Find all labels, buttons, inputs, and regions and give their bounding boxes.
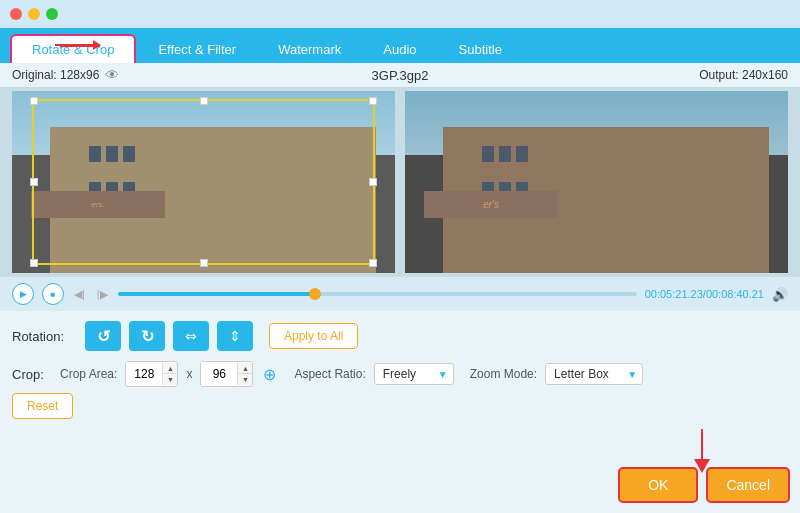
flip-h-icon: ⇔: [185, 328, 197, 344]
eye-icon[interactable]: 👁: [105, 67, 119, 83]
crop-handle-ml[interactable]: [30, 178, 38, 186]
title-bar: [0, 0, 800, 28]
tab-effect-filter[interactable]: Effect & Filter: [138, 36, 256, 63]
rotation-label: Rotation:: [12, 329, 77, 344]
building-visual-right: er's: [405, 91, 788, 273]
crop-handle-mr[interactable]: [369, 178, 377, 186]
preview-left: ers.: [12, 91, 395, 273]
preview-area: ers. er's: [0, 87, 800, 277]
crop-handle-bl[interactable]: [30, 259, 38, 267]
crop-overlay: [32, 99, 375, 265]
playback-bar: ▶ ■ ◀| |▶ 00:05:21.23/00:08:40.21 🔊: [0, 277, 800, 311]
crop-height-down[interactable]: ▼: [238, 374, 252, 385]
flip-vertical-button[interactable]: ⇕: [217, 321, 253, 351]
crop-handle-tm[interactable]: [200, 97, 208, 105]
crop-width-up[interactable]: ▲: [163, 363, 177, 374]
center-icon[interactable]: ⊕: [261, 363, 278, 386]
close-button[interactable]: [10, 8, 22, 20]
rotate-right-icon: ↻: [141, 327, 154, 346]
crop-handle-bm[interactable]: [200, 259, 208, 267]
play-icon: ▶: [20, 289, 27, 299]
output-size: Output: 240x160: [529, 68, 788, 82]
crop-width-spinner: ▲ ▼: [162, 363, 177, 385]
x-separator: x: [186, 367, 192, 381]
timeline-track[interactable]: [118, 292, 637, 296]
stop-icon: ■: [51, 290, 56, 299]
rotation-row: Rotation: ↺ ↻ ⇔ ⇕ Apply to All: [12, 321, 788, 351]
tab-subtitle[interactable]: Subtitle: [439, 36, 522, 63]
rotate-left-icon: ↺: [97, 327, 110, 346]
tab-bar: Rotate & Crop Effect & Filter Watermark …: [0, 28, 800, 63]
play-button[interactable]: ▶: [12, 283, 34, 305]
aspect-ratio-select[interactable]: Freely 16:9 4:3 1:1: [374, 363, 454, 385]
prev-frame-button[interactable]: ◀|: [72, 286, 87, 303]
crop-handle-tl[interactable]: [30, 97, 38, 105]
flip-horizontal-button[interactable]: ⇔: [173, 321, 209, 351]
crop-height-up[interactable]: ▲: [238, 363, 252, 374]
rotate-right-button[interactable]: ↻: [129, 321, 165, 351]
crop-width-down[interactable]: ▼: [163, 374, 177, 385]
crop-handle-tr[interactable]: [369, 97, 377, 105]
ok-button[interactable]: OK: [618, 467, 698, 503]
flip-v-icon: ⇕: [229, 328, 241, 344]
volume-icon[interactable]: 🔊: [772, 287, 788, 302]
apply-to-all-button[interactable]: Apply to All: [269, 323, 358, 349]
original-size: Original: 128x96 👁: [12, 67, 271, 83]
crop-height-input[interactable]: [201, 362, 237, 386]
rotate-left-button[interactable]: ↺: [85, 321, 121, 351]
crop-height-spinner: ▲ ▼: [237, 363, 252, 385]
crop-handle-br[interactable]: [369, 259, 377, 267]
arrow-head: [694, 459, 710, 473]
reset-button[interactable]: Reset: [12, 393, 73, 419]
video-info-bar: Original: 128x96 👁 3GP.3gp2 Output: 240x…: [0, 63, 800, 87]
controls-area: Rotation: ↺ ↻ ⇔ ⇕ Apply to All Crop: Cro…: [0, 311, 800, 429]
aspect-ratio-wrap: Freely 16:9 4:3 1:1 ▼: [374, 363, 454, 385]
crop-height-input-wrap: ▲ ▼: [200, 361, 253, 387]
preview-right: er's: [405, 91, 788, 273]
time-display: 00:05:21.23/00:08:40.21: [645, 288, 764, 300]
crop-width-input[interactable]: [126, 362, 162, 386]
crop-width-input-wrap: ▲ ▼: [125, 361, 178, 387]
timeline-fill: [118, 292, 315, 296]
crop-row: Crop: Crop Area: ▲ ▼ x ▲ ▼ ⊕ Aspect Rati…: [12, 361, 788, 387]
arrow-indicator: [694, 429, 710, 473]
maximize-button[interactable]: [46, 8, 58, 20]
cancel-button[interactable]: Cancel: [706, 467, 790, 503]
tab-watermark[interactable]: Watermark: [258, 36, 361, 63]
stop-button[interactable]: ■: [42, 283, 64, 305]
tab-audio[interactable]: Audio: [363, 36, 436, 63]
aspect-ratio-label: Aspect Ratio:: [294, 367, 365, 381]
crop-label: Crop:: [12, 367, 52, 382]
bottom-area: OK Cancel: [0, 433, 800, 513]
filename: 3GP.3gp2: [271, 68, 530, 83]
next-frame-button[interactable]: |▶: [95, 286, 110, 303]
zoom-mode-wrap: Letter Box Pan & Scan Full ▼: [545, 363, 643, 385]
zoom-mode-label: Zoom Mode:: [470, 367, 537, 381]
crop-area-label: Crop Area:: [60, 367, 117, 381]
window-controls: [10, 8, 58, 20]
timeline-thumb[interactable]: [309, 288, 321, 300]
zoom-mode-select[interactable]: Letter Box Pan & Scan Full: [545, 363, 643, 385]
arrow-shaft: [701, 429, 703, 459]
minimize-button[interactable]: [28, 8, 40, 20]
